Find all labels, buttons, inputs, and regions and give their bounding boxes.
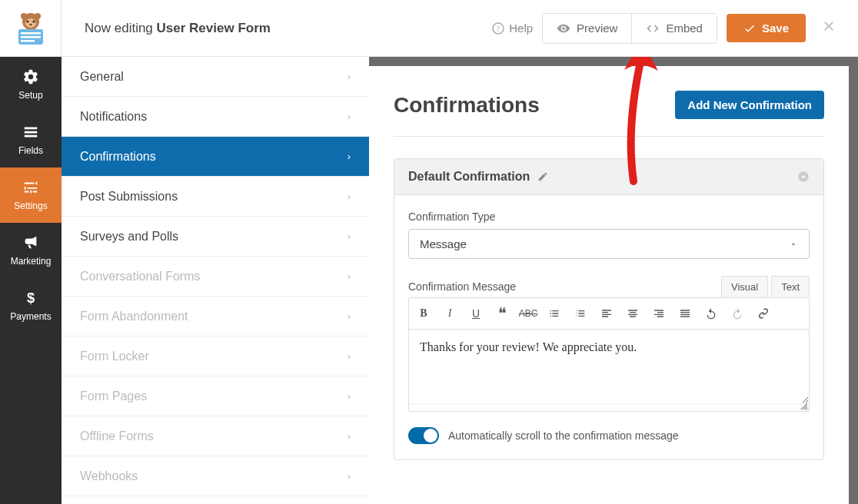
tab-text[interactable]: Text (771, 276, 810, 297)
embed-button[interactable]: Embed (631, 14, 717, 43)
wpforms-logo-icon (12, 9, 50, 48)
sliders-icon (22, 179, 39, 196)
main-scroll[interactable]: Confirmations Add New Confirmation Defau… (369, 57, 858, 504)
toolbar-ul[interactable] (543, 303, 566, 324)
sp-form-pages[interactable]: Form Pages› (62, 376, 369, 416)
message-textarea[interactable]: Thanks for your review! We appreciate yo… (409, 330, 809, 403)
svg-point-3 (32, 20, 35, 22)
toolbar-strikethrough[interactable]: ABC (517, 303, 540, 324)
chevron-right-icon: › (348, 111, 351, 122)
toolbar-align-justify[interactable] (673, 303, 697, 324)
help-link[interactable]: ? Help (492, 22, 533, 35)
sp-notifications[interactable]: Notifications› (62, 97, 369, 137)
svg-point-2 (26, 20, 28, 22)
chevron-right-icon: › (348, 230, 351, 242)
edit-icon[interactable] (537, 171, 548, 182)
sp-webhooks[interactable]: Webhooks› (62, 456, 369, 496)
editing-label: Now editing (85, 21, 153, 35)
add-confirmation-button[interactable]: Add New Confirmation (675, 91, 824, 119)
preview-button[interactable]: Preview (543, 14, 631, 43)
auto-scroll-toggle[interactable] (408, 427, 439, 444)
chevron-right-icon: › (348, 71, 351, 82)
toolbar-blockquote[interactable]: ❝ (491, 303, 514, 324)
message-label: Confirmation Message (408, 280, 516, 293)
chevron-right-icon: › (348, 270, 351, 282)
toolbar-underline[interactable]: U (464, 303, 487, 324)
gear-icon (22, 68, 39, 85)
chevron-right-icon: › (348, 191, 351, 202)
save-button[interactable]: Save (727, 14, 806, 42)
sp-confirmations[interactable]: Confirmations› (62, 137, 369, 177)
chevron-up-icon[interactable] (797, 171, 810, 183)
toolbar-align-left[interactable] (595, 303, 618, 324)
confirmation-type-select[interactable]: Message (408, 229, 810, 259)
editor-resize-handle[interactable] (409, 403, 809, 411)
chevron-right-icon: › (348, 390, 351, 402)
eye-icon (557, 22, 570, 35)
chevron-right-icon: › (348, 350, 351, 362)
check-icon (743, 22, 756, 35)
rich-text-editor: B I U ❝ ABC (408, 297, 810, 412)
settings-sidepanel: General› Notifications› Confirmations› P… (62, 57, 369, 504)
svg-text:$: $ (27, 290, 35, 306)
nav-setup[interactable]: Setup (0, 57, 62, 112)
sp-general[interactable]: General› (62, 57, 369, 97)
svg-point-4 (29, 23, 32, 25)
nav-settings[interactable]: Settings (0, 167, 62, 223)
svg-text:?: ? (497, 25, 500, 33)
toolbar-undo[interactable] (700, 303, 723, 324)
svg-point-6 (35, 13, 41, 19)
preview-embed-group: Preview Embed (542, 13, 717, 44)
svg-rect-8 (21, 32, 41, 35)
chevron-right-icon: › (348, 470, 351, 482)
left-nav: Setup Fields Settings Marketing $ Paymen… (0, 57, 62, 504)
dollar-icon: $ (22, 290, 39, 307)
svg-rect-10 (21, 40, 35, 42)
select-value: Message (420, 237, 467, 250)
svg-point-1 (25, 18, 36, 28)
auto-scroll-row: Automatically scroll to the confirmation… (408, 427, 810, 444)
confirmation-card: Default Confirmation Confirmation Type M… (394, 158, 824, 460)
sp-conversational-forms[interactable]: Conversational Forms› (62, 257, 369, 297)
nav-fields[interactable]: Fields (0, 112, 62, 167)
sp-post-submissions[interactable]: Post Submissions› (62, 177, 369, 217)
svg-rect-9 (21, 36, 41, 38)
auto-scroll-label: Automatically scroll to the confirmation… (448, 429, 679, 442)
nav-payments[interactable]: $ Payments (0, 278, 62, 333)
close-button[interactable] (815, 18, 843, 38)
chevron-right-icon: › (348, 430, 351, 442)
topbar: Now editing User Review Form ? Help Prev… (0, 0, 858, 57)
toolbar-link[interactable] (752, 303, 775, 324)
sp-surveys-polls[interactable]: Surveys and Polls› (62, 217, 369, 257)
help-icon: ? (492, 22, 504, 35)
chevron-right-icon: › (348, 151, 351, 162)
confirmations-panel: Confirmations Add New Confirmation Defau… (369, 66, 849, 504)
form-name[interactable]: User Review Form (157, 21, 271, 35)
list-icon (22, 124, 39, 141)
toolbar-ol[interactable] (569, 303, 592, 324)
toolbar-align-center[interactable] (621, 303, 644, 324)
chevron-down-icon (789, 240, 798, 249)
sp-offline-forms[interactable]: Offline Forms› (62, 416, 369, 456)
code-icon (646, 22, 660, 35)
close-icon (821, 18, 836, 34)
card-header[interactable]: Default Confirmation (394, 159, 823, 195)
bullhorn-icon (22, 234, 39, 251)
page-title: Now editing User Review Form (62, 21, 492, 36)
svg-point-5 (21, 13, 27, 19)
tab-visual[interactable]: Visual (721, 276, 768, 297)
app-logo (0, 0, 62, 57)
toolbar-redo[interactable] (726, 303, 749, 324)
panel-title: Confirmations (394, 93, 540, 118)
toolbar-italic[interactable]: I (438, 303, 461, 324)
nav-marketing[interactable]: Marketing (0, 223, 62, 278)
toolbar-align-right[interactable] (647, 303, 670, 324)
editor-toolbar: B I U ❝ ABC (409, 298, 809, 330)
editor-tabs: Visual Text (721, 276, 810, 297)
sp-form-abandonment[interactable]: Form Abandonment› (62, 297, 369, 337)
card-title: Default Confirmation (408, 170, 530, 184)
type-label: Confirmation Type (408, 211, 810, 223)
sp-form-locker[interactable]: Form Locker› (62, 337, 369, 376)
toolbar-bold[interactable]: B (412, 303, 435, 324)
chevron-right-icon: › (348, 310, 351, 322)
